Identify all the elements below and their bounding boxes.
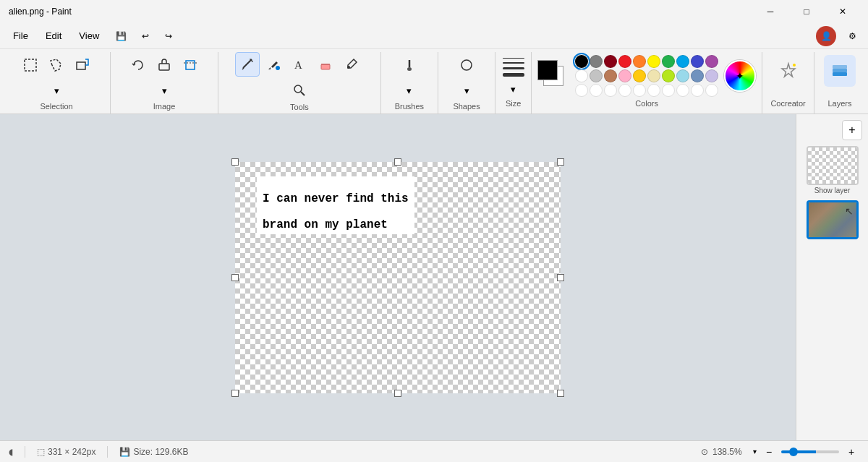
layers-group[interactable]: Layers <box>814 52 865 114</box>
color-w9[interactable] <box>691 84 704 97</box>
color-w7[interactable] <box>662 84 675 97</box>
color-yellow[interactable] <box>647 55 660 68</box>
zoom-dropdown[interactable]: ▾ <box>753 448 757 455</box>
cocreator-group[interactable]: Cocreator <box>762 52 814 114</box>
rectangular-select-button[interactable] <box>18 53 43 77</box>
menu-bar: File Edit View 💾 ↩ ↪ 👤 ⚙ <box>0 23 868 49</box>
layer-2-item[interactable]: ↖ <box>802 200 862 241</box>
layer-1-label: Show layer <box>814 187 850 194</box>
close-button[interactable]: ✕ <box>826 0 859 23</box>
maximize-button[interactable]: □ <box>790 0 823 23</box>
menu-view[interactable]: View <box>72 27 106 44</box>
selection-dropdown[interactable]: ▾ <box>46 81 67 101</box>
handle-bl[interactable] <box>231 390 239 397</box>
eyedropper-button[interactable] <box>339 52 364 77</box>
main-content: I can never find this brand on my planet… <box>0 114 868 440</box>
color-black[interactable] <box>575 55 588 68</box>
free-select-button[interactable] <box>44 53 69 77</box>
canvas-area[interactable]: I can never find this brand on my planet <box>0 114 796 440</box>
shapes-group: ▾ Shapes <box>438 52 495 114</box>
color-darkred[interactable] <box>604 55 617 68</box>
zoom-out-button[interactable]: − <box>761 444 777 460</box>
shapes-dropdown[interactable]: ▾ <box>456 81 477 101</box>
add-layer-icon: + <box>848 124 855 137</box>
color-row-1 <box>575 55 718 68</box>
handle-mr[interactable] <box>557 274 564 281</box>
color-w6[interactable] <box>647 84 660 97</box>
shapes-button[interactable] <box>454 53 479 77</box>
layer-1-item[interactable]: Show layer <box>802 146 862 194</box>
brush-button[interactable] <box>397 53 422 77</box>
color-w8[interactable] <box>676 84 689 97</box>
size-line-2 <box>503 62 524 64</box>
adjust-button[interactable] <box>152 53 176 77</box>
color-lavender[interactable] <box>705 69 718 82</box>
color-lightgray[interactable] <box>590 69 603 82</box>
save-button[interactable]: 💾 <box>109 26 132 46</box>
add-layer-button[interactable]: + <box>842 120 862 140</box>
size-line-1 <box>503 58 524 59</box>
color-red[interactable] <box>618 55 631 68</box>
color-row-3 <box>575 84 718 97</box>
svg-point-16 <box>461 60 472 70</box>
color-orange[interactable] <box>633 55 646 68</box>
minimize-button[interactable]: ─ <box>754 0 787 23</box>
crop-button[interactable] <box>178 53 203 77</box>
handle-tl[interactable] <box>231 158 239 166</box>
fill-button[interactable] <box>261 52 286 77</box>
size-dropdown[interactable]: ▾ <box>503 79 524 99</box>
color-pink[interactable] <box>618 69 631 82</box>
color-w3[interactable] <box>604 84 617 97</box>
menu-edit[interactable]: Edit <box>38 27 69 44</box>
image-dropdown[interactable]: ▾ <box>154 81 174 101</box>
pencil-button[interactable] <box>235 52 260 77</box>
color-lightblue[interactable] <box>676 69 689 82</box>
undo-button[interactable]: ↩ <box>135 26 156 46</box>
settings-button[interactable]: ⚙ <box>842 26 862 46</box>
color-gold[interactable] <box>633 69 646 82</box>
colors-group: ✦ Colors <box>532 52 762 114</box>
color-green[interactable] <box>662 55 675 68</box>
menu-file[interactable]: File <box>6 27 35 44</box>
color-tan[interactable] <box>604 69 617 82</box>
canvas[interactable]: I can never find this brand on my planet <box>235 162 561 393</box>
color-steel[interactable] <box>691 69 704 82</box>
color-w2[interactable] <box>590 84 603 97</box>
color-purple[interactable] <box>705 55 718 68</box>
text-button[interactable]: A <box>287 52 312 77</box>
cocreator-label: Cocreator <box>770 99 805 111</box>
brushes-dropdown[interactable]: ▾ <box>399 81 420 101</box>
redo-button[interactable]: ↪ <box>158 26 179 46</box>
save-icon: 💾 <box>116 31 127 41</box>
zoom-in-button[interactable]: + <box>843 444 859 460</box>
color-gray[interactable] <box>590 55 603 68</box>
handle-tr[interactable] <box>557 158 564 166</box>
title-bar: alien.png - Paint ─ □ ✕ <box>0 0 868 23</box>
color-indigo[interactable] <box>691 55 704 68</box>
color-w10[interactable] <box>705 84 718 97</box>
handle-tm[interactable] <box>394 158 401 166</box>
handle-ml[interactable] <box>231 274 239 281</box>
primary-color-swatch[interactable] <box>537 60 558 80</box>
color-w4[interactable] <box>618 84 631 97</box>
zoom-slider[interactable] <box>781 450 839 453</box>
cursor-icon: ◖ <box>9 447 13 457</box>
color-w1[interactable] <box>575 84 588 97</box>
eraser-button[interactable] <box>313 52 338 77</box>
color-blue[interactable] <box>676 55 689 68</box>
cocreator-icon <box>773 55 804 87</box>
user-avatar[interactable]: 👤 <box>816 26 836 46</box>
handle-br[interactable] <box>557 390 564 397</box>
rotate-button[interactable] <box>126 53 150 77</box>
image-select-button[interactable] <box>70 53 95 77</box>
tools-buttons: A <box>224 52 375 103</box>
filesize-save-icon: 💾 <box>119 447 130 457</box>
magnify-button[interactable] <box>287 78 312 103</box>
color-white[interactable] <box>575 69 588 82</box>
color-picker-button[interactable]: ✦ <box>724 60 756 92</box>
color-lime[interactable] <box>662 69 675 82</box>
color-cream[interactable] <box>647 69 660 82</box>
handle-bm[interactable] <box>394 390 401 397</box>
layer-1-thumb <box>807 146 859 185</box>
color-w5[interactable] <box>633 84 646 97</box>
